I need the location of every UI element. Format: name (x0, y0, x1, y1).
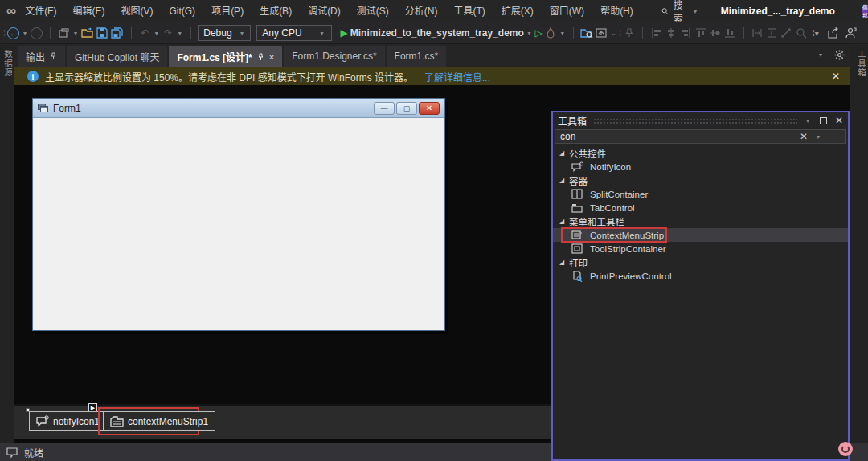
quick-search[interactable]: 搜索 ▾ (653, 0, 706, 25)
make-same-width-icon[interactable] (751, 25, 763, 41)
feedback-icon[interactable] (845, 25, 857, 41)
search-clear-icon[interactable]: ✕ (800, 131, 808, 142)
toolbox-group-containers[interactable]: ◢ 容器 (553, 173, 848, 187)
toolbox-item-notifyicon[interactable]: NotifyIcon (553, 160, 848, 173)
pin-icon[interactable] (50, 52, 57, 60)
background-tasks-icon[interactable] (6, 447, 18, 458)
align-bottoms-icon[interactable] (723, 25, 735, 41)
toolbox-tree: ◢ 公共控件 NotifyIcon ◢ 容器 SplitContainer (553, 145, 848, 283)
menu-test[interactable]: 测试(S) (350, 2, 396, 20)
tab-output[interactable]: 输出 (18, 46, 65, 67)
solution-platform-combo[interactable]: Any CPU▾ (256, 25, 331, 41)
share-icon[interactable] (827, 25, 839, 41)
align-lefts-icon[interactable] (650, 25, 662, 41)
undo-icon[interactable]: ↶ (139, 25, 151, 41)
menu-help[interactable]: 帮助(H) (593, 2, 641, 20)
form1-titlebar[interactable]: Form1 — ▢ ✕ (33, 99, 444, 118)
align-tops-icon[interactable] (694, 25, 706, 41)
toolbox-item-toolstripcontainer[interactable]: ToolStripContainer (553, 242, 848, 255)
account-avatar[interactable]: 德邦 (862, 4, 868, 18)
toolbar-drag-handle[interactable]: ⁞ (619, 28, 620, 38)
left-autohide-tab[interactable]: 数据源 (0, 50, 14, 78)
redo-icon[interactable]: ↷ (162, 25, 174, 41)
toolbar-drag-handle[interactable]: ⁞ (3, 28, 5, 38)
title-bar: ∞ 文件(F) 编辑(E) 视图(V) Git(G) 项目(P) 生成(B) 调… (0, 0, 868, 22)
form-close-button[interactable]: ✕ (419, 102, 440, 115)
run-target-label[interactable]: Minimized_to_the_system_tray_demo (350, 27, 524, 39)
align-centers-icon[interactable] (665, 25, 677, 41)
tab-list-dropdown-icon[interactable]: ▾ (817, 51, 825, 59)
open-file-icon[interactable] (81, 25, 94, 41)
panel-dock-icon[interactable] (820, 117, 827, 124)
form-maximize-button[interactable]: ▢ (396, 102, 417, 115)
navigate-back-dropdown[interactable]: ▾ (22, 30, 28, 37)
toolbox-item-contextmenustrip[interactable]: ContextMenuStrip (553, 228, 848, 242)
undo-dropdown[interactable]: ▾ (154, 30, 160, 37)
menu-project[interactable]: 项目(P) (204, 2, 251, 20)
form-client-area[interactable] (33, 118, 444, 330)
toolbox-group-printing[interactable]: ◢ 打印 (553, 255, 848, 269)
menu-debug[interactable]: 调试(D) (301, 2, 348, 20)
toolbox-group-common-controls[interactable]: ◢ 公共控件 (553, 146, 848, 160)
menu-git[interactable]: Git(G) (162, 2, 203, 20)
toolbox-item-printpreviewcontrol[interactable]: PrintPreviewControl (553, 269, 848, 283)
sync-active-document-icon[interactable] (596, 25, 608, 41)
tab-form1-designer-active[interactable]: Form1.cs [设计]* × (169, 46, 282, 67)
gear-icon[interactable] (834, 50, 845, 60)
platform-value: Any CPU (262, 27, 301, 39)
menu-view[interactable]: 视图(V) (113, 2, 160, 20)
toolbar-options-caret[interactable]: ⌄ (611, 30, 617, 37)
menu-tools[interactable]: 工具(T) (446, 2, 492, 20)
panel-close-icon[interactable]: ✕ (835, 115, 843, 126)
infobar-close-icon[interactable]: ✕ (832, 71, 840, 82)
menu-extensions[interactable]: 扩展(X) (494, 2, 541, 20)
hot-reload-icon[interactable] (545, 25, 557, 41)
find-in-files-icon[interactable] (580, 25, 593, 41)
tab-form1-cs[interactable]: Form1.cs* (387, 46, 447, 67)
learn-more-link[interactable]: 了解详细信息... (424, 70, 490, 84)
new-project-dropdown[interactable]: ▾ (72, 30, 79, 37)
toolbox-autohide-tab[interactable]: 工具箱 (850, 50, 868, 78)
align-rights-icon[interactable] (680, 25, 692, 41)
pin-icon[interactable] (623, 25, 635, 41)
zoom-icon[interactable] (795, 25, 807, 41)
component-contextmenustrip1[interactable]: contextMenuStrip1 (103, 411, 215, 431)
make-same-height-icon[interactable] (766, 25, 778, 41)
menu-edit[interactable]: 编辑(E) (65, 2, 112, 20)
tab-form1-designer-cs[interactable]: Form1.Designer.cs* (284, 46, 384, 67)
menu-file[interactable]: 文件(F) (18, 2, 63, 20)
redo-dropdown[interactable]: ▾ (177, 30, 183, 37)
toolbox-item-splitcontainer[interactable]: SplitContainer (553, 187, 848, 201)
close-tab-icon[interactable]: × (269, 52, 274, 62)
toolbox-header[interactable]: 工具箱 ▾ ✕ (553, 112, 848, 129)
form-minimize-button[interactable]: — (374, 102, 395, 115)
menu-window[interactable]: 窗口(W) (542, 2, 592, 20)
tab-copilot-chat[interactable]: GitHub Copilot 聊天 (67, 46, 167, 67)
navigate-forward-icon[interactable]: → (31, 25, 43, 41)
navigate-back-icon[interactable]: ← (7, 25, 19, 41)
run-target-dropdown[interactable]: ▾ (526, 30, 533, 37)
toolbox-search-input[interactable] (560, 131, 793, 142)
start-debugging-icon[interactable]: ▶ (341, 27, 348, 39)
component-notifyicon1[interactable]: notifyIcon1 (29, 411, 107, 431)
search-options-icon[interactable]: ▾ (814, 133, 822, 141)
save-all-icon[interactable] (111, 25, 124, 41)
solution-configuration-combo[interactable]: Debug▾ (198, 25, 251, 41)
hot-reload-dropdown[interactable]: ▾ (559, 30, 566, 37)
make-same-size-icon[interactable] (780, 25, 792, 41)
panel-options-icon[interactable]: ▾ (804, 117, 812, 124)
toolbox-item-tabcontrol[interactable]: TabControl (553, 201, 848, 214)
start-without-debugging-icon[interactable]: ▷ (534, 27, 542, 39)
toolbar-overflow-icon[interactable]: ⁞▾ (809, 25, 821, 41)
menu-analyze[interactable]: 分析(N) (398, 2, 445, 20)
copilot-badge-icon[interactable] (838, 442, 853, 456)
save-icon[interactable] (96, 25, 108, 41)
align-middles-icon[interactable] (709, 25, 721, 41)
toolbox-search-box[interactable]: ✕ ▾ (555, 129, 846, 144)
pin-icon[interactable] (257, 53, 264, 61)
toolbox-group-menus-toolbars[interactable]: ◢ 菜单和工具栏 (553, 214, 848, 228)
form1-design-window[interactable]: Form1 — ▢ ✕ (32, 98, 445, 331)
vs-main-window: ∞ 文件(F) 编辑(E) 视图(V) Git(G) 项目(P) 生成(B) 调… (0, 0, 868, 461)
new-project-icon[interactable] (58, 25, 70, 41)
menu-build[interactable]: 生成(B) (252, 2, 299, 20)
